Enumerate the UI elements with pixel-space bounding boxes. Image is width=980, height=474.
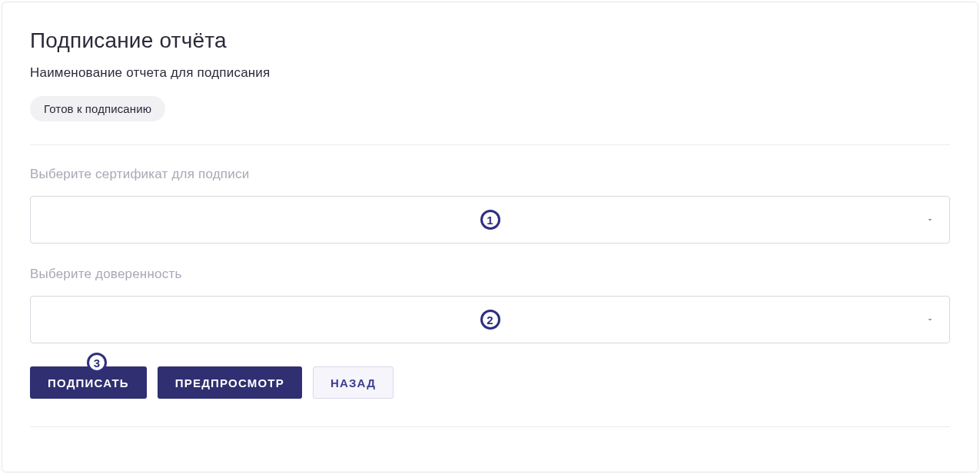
report-name: Наименование отчета для подписания [30, 65, 950, 81]
certificate-label: Выберите сертификат для подписи [30, 167, 950, 182]
certificate-field-group: Выберите сертификат для подписи 1 [30, 167, 950, 244]
certificate-select[interactable] [30, 196, 950, 244]
action-buttons-row: 3 ПОДПИСАТЬ ПРЕДПРОСМОТР НАЗАД [30, 366, 950, 399]
back-button[interactable]: НАЗАД [313, 366, 394, 399]
authority-field-group: Выберите доверенность 2 [30, 267, 950, 343]
report-signing-panel: Подписание отчёта Наименование отчета дл… [2, 2, 978, 472]
page-title: Подписание отчёта [30, 28, 950, 53]
status-badge: Готов к подписанию [30, 96, 165, 121]
preview-button[interactable]: ПРЕДПРОСМОТР [158, 366, 302, 399]
sign-button-wrap: 3 ПОДПИСАТЬ [30, 366, 147, 399]
divider [30, 426, 950, 427]
authority-label: Выберите доверенность [30, 267, 950, 282]
authority-select-wrap: 2 [30, 296, 950, 343]
certificate-select-wrap: 1 [30, 196, 950, 244]
divider [30, 144, 950, 145]
authority-select[interactable] [30, 296, 950, 343]
sign-button[interactable]: ПОДПИСАТЬ [30, 366, 147, 399]
